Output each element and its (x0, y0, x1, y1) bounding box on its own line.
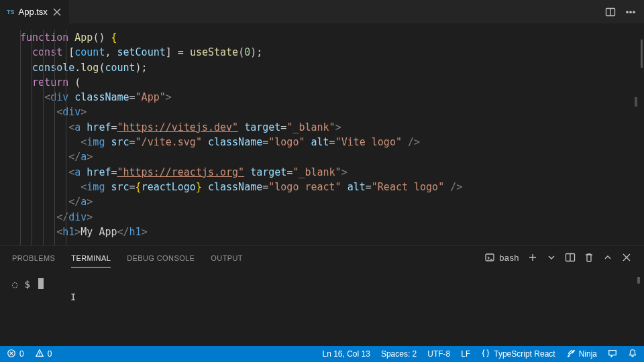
error-icon (7, 349, 16, 360)
terminal-shell-selector[interactable]: bash (484, 252, 519, 263)
typescript-react-icon: TS (7, 9, 15, 15)
panel-tab-output[interactable]: OUTPUT (211, 248, 243, 267)
svg-point-1 (627, 11, 628, 12)
panel-tab-terminal[interactable]: TERMINAL (71, 248, 111, 267)
status-error-count: 0 (19, 349, 24, 359)
panel-tab-debug-console[interactable]: DEBUG CONSOLE (127, 248, 195, 267)
split-terminal-icon[interactable] (565, 252, 576, 263)
terminal-profile-icon (484, 252, 495, 263)
split-editor-icon[interactable] (605, 7, 616, 17)
status-warning-count: 0 (48, 349, 52, 359)
status-ninja-label: Ninja (579, 349, 597, 359)
overview-ruler-mark (635, 97, 637, 107)
status-encoding[interactable]: UTF-8 (427, 349, 450, 359)
tab-filename: App.tsx (19, 7, 48, 17)
status-ninja[interactable]: Ninja (566, 349, 597, 360)
terminal-prompt: $ (24, 279, 30, 290)
status-eol[interactable]: LF (461, 349, 470, 359)
spinner-icon: ◌ (12, 279, 19, 290)
editor-tab-bar: TS App.tsx (0, 0, 644, 23)
status-warnings[interactable]: 0 (35, 349, 52, 360)
terminal-body[interactable]: ◌ $ I (0, 269, 644, 346)
svg-point-3 (633, 11, 635, 12)
terminal-dropdown-icon[interactable] (546, 252, 557, 263)
status-indentation[interactable]: Spaces: 2 (381, 349, 417, 359)
text-cursor-icon: I (70, 292, 76, 302)
status-language-label: TypeScript React (494, 349, 555, 359)
code-content[interactable]: function App() { const [count, setCount]… (20, 30, 644, 239)
more-actions-icon[interactable] (625, 7, 636, 17)
braces-icon (481, 349, 490, 360)
status-notifications[interactable] (628, 349, 637, 360)
maximize-panel-icon[interactable] (602, 252, 613, 263)
minimap-scrollbar[interactable] (641, 40, 643, 68)
close-icon[interactable] (52, 7, 62, 17)
code-editor[interactable]: function App() { const [count, setCount]… (0, 23, 644, 245)
close-panel-icon[interactable] (621, 252, 632, 263)
new-terminal-icon[interactable] (527, 252, 538, 263)
terminal-scrollbar[interactable] (637, 277, 640, 284)
kill-terminal-icon[interactable] (584, 252, 594, 263)
bottom-panel: PROBLEMS TERMINAL DEBUG CONSOLE OUTPUT b… (0, 245, 644, 346)
warning-icon (35, 349, 44, 360)
status-feedback[interactable] (608, 349, 617, 360)
panel-tab-problems[interactable]: PROBLEMS (12, 248, 55, 267)
terminal-shell-name: bash (499, 253, 519, 263)
feedback-icon (608, 349, 617, 360)
status-errors[interactable]: 0 (7, 349, 24, 360)
rocket-icon (566, 349, 576, 360)
status-cursor-position[interactable]: Ln 16, Col 13 (322, 349, 370, 359)
tab-app-tsx[interactable]: TS App.tsx (0, 0, 70, 23)
status-bar: 0 0 Ln 16, Col 13 Spaces: 2 UTF-8 LF Typ… (0, 346, 644, 362)
terminal-cursor (38, 278, 44, 289)
svg-point-2 (630, 11, 631, 12)
svg-rect-4 (486, 254, 494, 261)
status-language-mode[interactable]: TypeScript React (481, 349, 555, 360)
bell-icon (628, 349, 637, 360)
